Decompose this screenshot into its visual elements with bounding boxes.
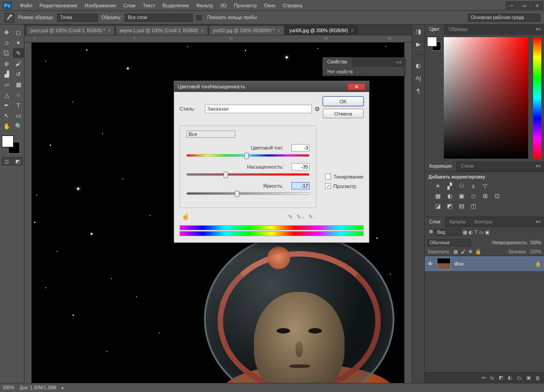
status-arrow-icon[interactable]: ▸ (62, 385, 64, 390)
actions-icon[interactable]: ▶ (414, 40, 423, 48)
filter-adjust-icon[interactable]: ◐ (469, 230, 473, 235)
brush-tool[interactable]: 🖌 (13, 58, 24, 68)
lightness-input[interactable] (291, 182, 310, 189)
menu-window[interactable]: Окно (260, 0, 279, 11)
adjustments-icon[interactable]: ◐ (414, 61, 423, 69)
panel-menu-icon[interactable]: ▾≡ (533, 26, 544, 32)
layer-item[interactable]: 👁 Фон 🔒 (425, 256, 544, 272)
delete-icon[interactable]: 🗑 (535, 375, 540, 381)
blur-tool[interactable]: △ (1, 90, 12, 100)
paragraph-icon[interactable]: ¶ (414, 87, 423, 95)
lock-transparent-icon[interactable]: ▦ (453, 249, 458, 255)
color-tab[interactable]: Цвет (425, 24, 444, 34)
path-tool[interactable]: ↖ (1, 111, 12, 121)
quickmask-button[interactable]: ◩ (13, 157, 23, 165)
bw-icon[interactable]: ◐ (446, 192, 454, 199)
saturation-slider[interactable] (186, 173, 310, 176)
gradient-tool[interactable]: ▦ (13, 79, 24, 89)
group-icon[interactable]: 🗀 (517, 375, 522, 381)
eyedropper-icon[interactable] (5, 13, 15, 23)
layer-name[interactable]: Фон (454, 261, 464, 266)
hand-tool-icon[interactable]: ☝ (181, 213, 190, 221)
eyedropper-add-icon[interactable]: ✎₊ (296, 213, 305, 220)
doc-tab-active[interactable]: yuri05.jpg @ 200% (RGB/8#)× (285, 25, 358, 35)
photo-filter-icon[interactable]: ▣ (457, 192, 466, 199)
eyedropper-sub-icon[interactable]: ✎₋ (308, 213, 316, 220)
link-icon[interactable]: ⇔ (481, 375, 486, 381)
saturation-picker[interactable] (444, 37, 528, 159)
color-swatches[interactable] (2, 136, 20, 154)
vertical-scrollbar[interactable] (404, 43, 412, 383)
adjustment-layer-icon[interactable]: ◐ (508, 375, 512, 381)
posterize-icon[interactable]: ◪ (434, 202, 442, 209)
menu-select[interactable]: Выделение (159, 0, 193, 11)
dialog-titlebar[interactable]: Цветовой тон/Насыщенность ✕ (174, 81, 369, 92)
type-tool[interactable]: T (13, 100, 24, 110)
menu-image[interactable]: Изображение (81, 0, 120, 11)
history-icon[interactable]: ◨ (414, 27, 423, 35)
document-size[interactable]: Док: 1.30M/1.30M (20, 385, 57, 390)
menu-help[interactable]: Справка (279, 0, 306, 11)
fill-value[interactable]: 100% (529, 249, 541, 254)
gradient-map-icon[interactable]: ▤ (457, 202, 466, 209)
menu-filter[interactable]: Фильтр (193, 0, 217, 11)
preset-select[interactable]: Заказная (205, 105, 312, 113)
minimize-button[interactable]: — (506, 1, 518, 10)
lock-move-icon[interactable]: ✥ (468, 249, 472, 255)
filter-shape-icon[interactable]: ▭ (479, 230, 483, 235)
eyedropper-icon[interactable]: ✎ (288, 213, 293, 220)
new-layer-icon[interactable]: ▣ (526, 375, 531, 381)
mini-color-swatch[interactable] (427, 37, 441, 51)
close-icon[interactable]: × (201, 28, 204, 33)
zoom-tool[interactable]: 🔍 (13, 121, 24, 131)
threshold-icon[interactable]: ◩ (446, 202, 454, 209)
doc-tab[interactable]: рант.psd @ 100% (Слой 1, RGB/8) *× (26, 25, 115, 35)
hue-sat-icon[interactable]: ▦ (434, 192, 442, 199)
move-tool[interactable]: ✥ (1, 27, 12, 37)
saturation-input[interactable] (291, 163, 310, 170)
range-select[interactable]: Все (186, 131, 235, 138)
ok-button[interactable]: OK (323, 97, 364, 106)
filter-image-icon[interactable]: ▦ (463, 230, 467, 235)
heal-tool[interactable]: ⊕ (1, 58, 12, 68)
lock-all-icon[interactable]: 🔒 (475, 249, 481, 255)
eraser-tool[interactable]: ▱ (1, 79, 12, 89)
lock-paint-icon[interactable]: 🖌 (461, 249, 466, 255)
selective-color-icon[interactable]: ◫ (469, 202, 477, 209)
cancel-button[interactable]: Отмена (323, 109, 364, 118)
workspace-select[interactable]: Основная рабочая среда (468, 14, 540, 22)
crop-tool[interactable]: ⿻ (1, 48, 12, 58)
menu-text[interactable]: Текст (139, 0, 159, 11)
sample-size-select[interactable]: Точка (57, 14, 98, 22)
pen-tool[interactable]: ✒ (1, 100, 12, 110)
channel-mixer-icon[interactable]: ◇ (469, 192, 477, 199)
adjustments-tab[interactable]: Коррекция (425, 161, 456, 171)
sample-source-select[interactable]: Все слои (125, 14, 193, 22)
filter-smart-icon[interactable]: ▣ (485, 230, 489, 235)
layers-tab[interactable]: Слои (425, 217, 445, 227)
character-icon[interactable]: A| (414, 74, 423, 82)
maximize-button[interactable]: ▭ (519, 1, 530, 10)
curves-icon[interactable]: ⦵ (457, 182, 466, 189)
stamp-tool[interactable]: ▟ (1, 69, 12, 79)
menu-3d[interactable]: 3D (217, 0, 230, 11)
panel-menu-icon[interactable]: ▾≡ (533, 163, 544, 169)
show-ring-checkbox[interactable] (196, 15, 202, 20)
hue-slider[interactable] (186, 154, 310, 157)
close-icon[interactable]: × (351, 28, 354, 33)
dialog-close-button[interactable]: ✕ (347, 83, 365, 90)
doc-tab[interactable]: верти-1.psd @ 100% (Слой 2, RGB/8)× (116, 25, 208, 35)
menu-edit[interactable]: Редактирование (36, 0, 81, 11)
dodge-tool[interactable]: ○ (13, 90, 24, 100)
foreground-color[interactable] (2, 136, 14, 147)
visibility-icon[interactable]: 👁 (427, 261, 433, 267)
gear-icon[interactable]: ⚙ (315, 106, 320, 112)
menu-view[interactable]: Просмотр (230, 0, 260, 11)
vibrance-icon[interactable]: ▽ (481, 182, 489, 189)
menu-layers[interactable]: Слои (120, 0, 139, 11)
layer-thumbnail[interactable] (437, 258, 451, 270)
close-icon[interactable]: × (108, 28, 111, 33)
layer-filter-select[interactable]: Вид (435, 229, 461, 236)
panel-menu-icon[interactable]: ▾≡ (533, 219, 544, 225)
close-icon[interactable]: × (277, 28, 280, 33)
